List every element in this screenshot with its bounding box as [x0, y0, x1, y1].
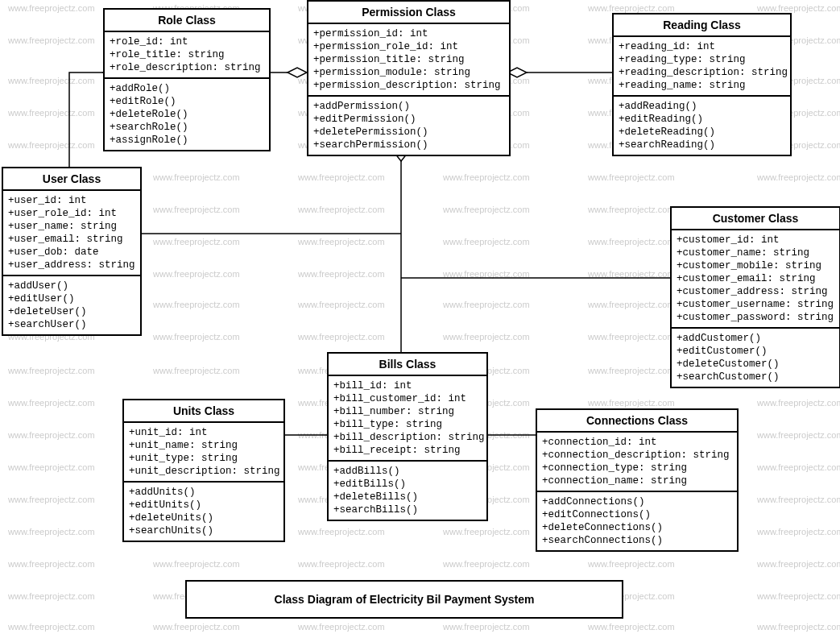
- diagram-title: Class Diagram of Electricity Bil Payment…: [275, 593, 535, 606]
- class-reading-title: Reading Class: [614, 14, 790, 37]
- class-permission-methods: +addPermission()+editPermission()+delete…: [308, 95, 509, 155]
- class-bills-methods: +addBills()+editBills()+deleteBills()+se…: [329, 460, 486, 520]
- class-connections-title: Connections Class: [537, 410, 737, 433]
- class-units: Units Class +unit_id: int+unit_name: str…: [122, 399, 285, 542]
- diagram-title-box: Class Diagram of Electricity Bil Payment…: [185, 580, 623, 619]
- class-customer: Customer Class +customer_id: int+custome…: [670, 206, 840, 388]
- class-reading-methods: +addReading()+editReading()+deleteReadin…: [614, 95, 790, 155]
- class-customer-methods: +addCustomer()+editCustomer()+deleteCust…: [672, 327, 839, 387]
- class-user-methods: +addUser()+editUser()+deleteUser()+searc…: [3, 275, 140, 334]
- class-units-title: Units Class: [124, 400, 283, 423]
- class-permission-attrs: +permission_id: int+permission_role_id: …: [308, 24, 509, 95]
- class-units-methods: +addUnits()+editUnits()+deleteUnits()+se…: [124, 481, 283, 541]
- class-permission-title: Permission Class: [308, 2, 509, 24]
- class-reading-attrs: +reading_id: int+reading_type: string+re…: [614, 37, 790, 95]
- class-role-methods: +addRole()+editRole()+deleteRole()+searc…: [105, 77, 269, 150]
- class-role-title: Role Class: [105, 10, 269, 32]
- class-bills: Bills Class +bill_id: int+bill_customer_…: [327, 352, 488, 521]
- class-user: User Class +user_id: int+user_role_id: i…: [2, 167, 142, 336]
- class-customer-attrs: +customer_id: int+customer_name: string+…: [672, 230, 839, 327]
- class-customer-title: Customer Class: [672, 208, 839, 230]
- class-connections: Connections Class +connection_id: int+co…: [536, 408, 739, 552]
- class-user-attrs: +user_id: int+user_role_id: int+user_nam…: [3, 191, 140, 275]
- class-user-title: User Class: [3, 168, 140, 191]
- class-connections-attrs: +connection_id: int+connection_descripti…: [537, 433, 737, 491]
- class-permission: Permission Class +permission_id: int+per…: [307, 0, 511, 156]
- class-role: Role Class +role_id: int+role_title: str…: [103, 8, 271, 151]
- class-bills-title: Bills Class: [329, 354, 486, 376]
- class-connections-methods: +addConnections()+editConnections()+dele…: [537, 491, 737, 550]
- class-bills-attrs: +bill_id: int+bill_customer_id: int+bill…: [329, 376, 486, 460]
- class-role-attrs: +role_id: int+role_title: string+role_de…: [105, 32, 269, 77]
- class-reading: Reading Class +reading_id: int+reading_t…: [612, 13, 792, 156]
- class-units-attrs: +unit_id: int+unit_name: string+unit_typ…: [124, 423, 283, 481]
